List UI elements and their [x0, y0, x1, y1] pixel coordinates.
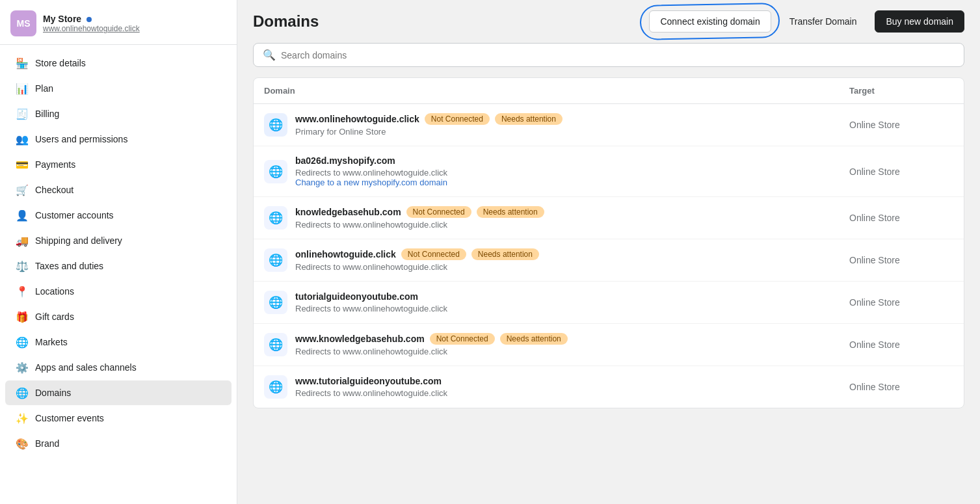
buy-new-domain-button[interactable]: Buy new domain — [875, 10, 964, 33]
domain-target: Online Store — [849, 339, 953, 350]
domain-name-row: www.knowledgebasehub.com Not ConnectedNe… — [295, 333, 841, 345]
domain-link[interactable]: Change to a new myshopify.com domain — [295, 178, 841, 187]
sidebar-item-users-permissions[interactable]: 👥 Users and permissions — [5, 127, 232, 152]
domain-sub: Redirects to www.onlinehowtoguide.click — [295, 220, 841, 230]
domain-name: ba026d.myshopify.com — [295, 155, 395, 166]
nav-icon-store-details: 🏪 — [16, 57, 29, 70]
nav-icon-users-permissions: 👥 — [16, 133, 29, 146]
table-row[interactable]: 🌐 onlinehowtoguide.click Not ConnectedNe… — [254, 239, 964, 282]
nav-icon-customer-events: ✨ — [16, 412, 29, 425]
sidebar-item-shipping-delivery[interactable]: 🚚 Shipping and delivery — [5, 228, 232, 253]
domain-rows-container: 🌐 www.onlinehowtoguide.click Not Connect… — [254, 104, 964, 408]
domain-target: Online Store — [849, 120, 953, 130]
sidebar-item-apps-sales-channels[interactable]: ⚙️ Apps and sales channels — [5, 355, 232, 380]
status-badge: Needs attention — [495, 113, 563, 125]
store-header[interactable]: MS My Store www.onlinehowtoguide.click — [0, 0, 237, 45]
domain-name-row: ba026d.myshopify.com — [295, 155, 841, 166]
sidebar-item-customer-events[interactable]: ✨ Customer events — [5, 406, 232, 431]
main-content: Domains Connect existing domain Transfer… — [237, 0, 980, 504]
nav-icon-markets: 🌐 — [16, 336, 29, 349]
connect-existing-button[interactable]: Connect existing domain — [649, 10, 771, 33]
nav-label-domains: Domains — [35, 388, 71, 398]
table-row[interactable]: 🌐 tutorialguideonyoutube.com Redirects t… — [254, 282, 964, 324]
nav-icon-checkout: 🛒 — [16, 183, 29, 196]
domain-target: Online Store — [849, 382, 953, 392]
nav-icon-plan: 📊 — [16, 82, 29, 95]
status-badge: Needs attention — [477, 206, 544, 218]
nav-icon-customer-accounts: 👤 — [16, 209, 29, 222]
domain-details: tutorialguideonyoutube.com Redirects to … — [295, 291, 841, 313]
domain-name-row: onlinehowtoguide.click Not ConnectedNeed… — [295, 248, 841, 260]
table-row[interactable]: 🌐 www.onlinehowtoguide.click Not Connect… — [254, 104, 964, 146]
sidebar-item-customer-accounts[interactable]: 👤 Customer accounts — [5, 203, 232, 228]
nav-icon-billing: 🧾 — [16, 107, 29, 120]
domain-sub: Redirects to www.onlinehowtoguide.click — [295, 304, 841, 313]
domain-globe-icon: 🌐 — [264, 248, 287, 272]
nav-label-checkout: Checkout — [35, 185, 73, 195]
domain-name-row: knowledgebasehub.com Not ConnectedNeeds … — [295, 206, 841, 218]
table-row[interactable]: 🌐 www.tutorialguideonyoutube.com Redirec… — [254, 366, 964, 408]
table-header: Domain Target — [254, 78, 964, 104]
nav-label-taxes-duties: Taxes and duties — [35, 261, 103, 271]
sidebar-item-plan[interactable]: 📊 Plan — [5, 76, 232, 101]
table-row[interactable]: 🌐 knowledgebasehub.com Not ConnectedNeed… — [254, 197, 964, 239]
sidebar-item-checkout[interactable]: 🛒 Checkout — [5, 178, 232, 202]
domain-details: www.onlinehowtoguide.click Not Connected… — [295, 113, 841, 137]
nav-label-markets: Markets — [35, 337, 68, 347]
nav-icon-shipping-delivery: 🚚 — [16, 234, 29, 247]
nav-label-apps-sales-channels: Apps and sales channels — [35, 362, 137, 373]
store-url: www.onlinehowtoguide.click — [43, 24, 140, 33]
domain-sub: Redirects to www.onlinehowtoguide.click — [295, 388, 841, 398]
nav-label-plan: Plan — [35, 83, 53, 94]
main-header: Domains Connect existing domain Transfer… — [237, 0, 980, 43]
nav-label-gift-cards: Gift cards — [35, 312, 74, 322]
domain-details: www.knowledgebasehub.com Not ConnectedNe… — [295, 333, 841, 356]
store-info: My Store www.onlinehowtoguide.click — [43, 14, 140, 33]
domain-sub: Redirects to www.onlinehowtoguide.click — [295, 262, 841, 272]
table-row[interactable]: 🌐 ba026d.myshopify.com Redirects to www.… — [254, 146, 964, 197]
nav-label-users-permissions: Users and permissions — [35, 134, 127, 144]
domain-sub: Redirects to www.onlinehowtoguide.click — [295, 347, 841, 356]
status-badge: Not Connected — [406, 206, 471, 218]
domain-globe-icon: 🌐 — [264, 291, 287, 314]
sidebar-item-taxes-duties[interactable]: ⚖️ Taxes and duties — [5, 254, 232, 278]
sidebar-item-locations[interactable]: 📍 Locations — [5, 279, 232, 304]
domain-target: Online Store — [849, 297, 953, 308]
domain-globe-icon: 🌐 — [264, 113, 287, 137]
transfer-domain-button[interactable]: Transfer Domain — [779, 11, 867, 32]
nav-label-store-details: Store details — [35, 58, 86, 68]
sidebar-item-store-details[interactable]: 🏪 Store details — [5, 51, 232, 75]
store-avatar: MS — [10, 10, 36, 36]
domain-name-row: www.onlinehowtoguide.click Not Connected… — [295, 113, 841, 125]
search-icon: 🔍 — [263, 49, 276, 61]
nav-icon-apps-sales-channels: ⚙️ — [16, 361, 29, 374]
search-input[interactable] — [281, 50, 955, 60]
sidebar-item-brand[interactable]: 🎨 Brand — [5, 431, 232, 456]
domain-name: www.onlinehowtoguide.click — [295, 114, 419, 124]
domain-name-row: tutorialguideonyoutube.com — [295, 291, 841, 302]
nav-icon-gift-cards: 🎁 — [16, 310, 29, 323]
col-domain-header: Domain — [264, 86, 849, 96]
nav-label-payments: Payments — [35, 159, 75, 170]
sidebar-item-payments[interactable]: 💳 Payments — [5, 152, 232, 177]
domain-target: Online Store — [849, 255, 953, 265]
domain-details: knowledgebasehub.com Not ConnectedNeeds … — [295, 206, 841, 230]
domain-globe-icon: 🌐 — [264, 333, 287, 356]
table-row[interactable]: 🌐 www.knowledgebasehub.com Not Connected… — [254, 324, 964, 366]
search-bar[interactable]: 🔍 — [253, 43, 964, 67]
sidebar-nav: 🏪 Store details 📊 Plan 🧾 Billing 👥 Users… — [0, 45, 237, 462]
sidebar-item-gift-cards[interactable]: 🎁 Gift cards — [5, 304, 232, 329]
domain-name: onlinehowtoguide.click — [295, 249, 396, 259]
nav-icon-payments: 💳 — [16, 158, 29, 171]
nav-label-customer-events: Customer events — [35, 413, 104, 423]
sidebar-item-domains[interactable]: 🌐 Domains — [5, 380, 232, 405]
domain-globe-icon: 🌐 — [264, 206, 287, 230]
domain-name-row: www.tutorialguideonyoutube.com — [295, 376, 841, 386]
domain-sub: Redirects to www.onlinehowtoguide.click — [295, 168, 841, 178]
sidebar-item-markets[interactable]: 🌐 Markets — [5, 330, 232, 354]
status-badge: Not Connected — [430, 333, 495, 345]
sidebar-item-billing[interactable]: 🧾 Billing — [5, 101, 232, 126]
domain-sub: Primary for Online Store — [295, 127, 841, 137]
domain-name: www.knowledgebasehub.com — [295, 334, 425, 344]
nav-label-brand: Brand — [35, 438, 59, 449]
